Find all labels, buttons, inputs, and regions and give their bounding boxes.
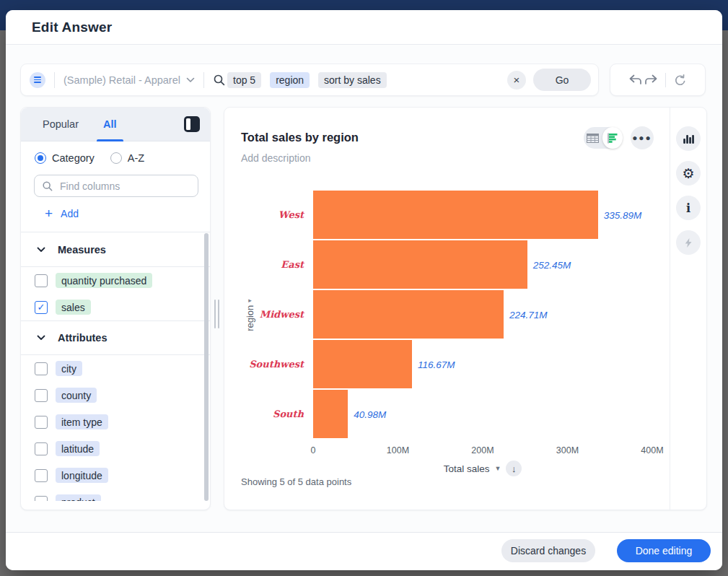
collapse-panel-icon[interactable] [184,116,200,132]
column-picker-panel: Popular All Category A-Z + Add Measures✓… [20,107,211,510]
panel-resize-handle[interactable] [214,300,221,328]
bar-east[interactable] [313,240,527,289]
column-chip[interactable]: city [56,361,82,376]
x-axis-tick: 400M [641,445,663,455]
x-axis-title[interactable]: Total sales [444,463,490,474]
clear-search-button[interactable]: × [507,71,526,90]
section-title: Attributes [58,332,107,344]
column-item: ✓latitude [21,435,210,462]
tab-popular[interactable]: Popular [43,108,79,141]
radio-category[interactable] [35,152,46,164]
checkbox-unchecked[interactable]: ✓ [35,389,48,402]
search-bar: (Sample) Retail - Apparel top 5regionsor… [20,64,599,96]
bar-row: South40.98M [241,389,652,439]
table-view-icon[interactable] [584,127,602,149]
datasource-selector[interactable]: (Sample) Retail - Apparel [63,74,180,86]
undo-icon[interactable] [627,72,643,88]
discard-changes-button[interactable]: Discard changes [501,539,595,562]
find-columns-box [34,175,198,197]
sort-descending-icon[interactable]: ↓ [506,461,522,476]
column-chip[interactable]: longitude [56,468,108,483]
chart-description-placeholder[interactable]: Add description [241,152,311,164]
lightning-icon[interactable] [676,230,701,255]
settings-gear-icon[interactable]: ⚙ [676,161,701,186]
search-token[interactable]: region [270,72,310,88]
checkbox-unchecked[interactable]: ✓ [35,496,48,502]
checkbox-checked[interactable]: ✓ [35,301,48,314]
chart-area: Total sales by region Add description ●●… [224,108,670,510]
caret-icon: ▸ [248,296,252,303]
radio-category-label: Category [52,152,95,164]
find-columns-input[interactable] [60,180,190,192]
answer-side-rail: ⚙ i [670,108,706,510]
search-token[interactable]: top 5 [227,72,261,88]
value-label: 116.67M [418,359,455,370]
bar-row: Midwest224.71M [241,289,652,339]
redo-icon[interactable] [643,72,659,88]
go-button[interactable]: Go [533,69,591,91]
more-options-icon[interactable]: ●●● [631,126,654,149]
bar-west[interactable] [313,191,598,239]
column-chip[interactable]: county [56,388,97,403]
column-chip[interactable]: product [56,494,101,501]
chart-config-icon[interactable] [676,126,701,151]
radio-a-z[interactable] [110,152,122,164]
divider [203,72,204,88]
datasource-icon[interactable] [30,72,45,88]
bar-chart-plot: West335.89MEast252.45MMidwest224.71MSout… [241,190,652,439]
radio-a-z-label: A-Z [128,152,144,164]
answer-card: Total sales by region Add description ●●… [224,107,707,510]
x-axis-tick: 0 [311,445,316,455]
chevron-down-icon[interactable] [186,77,195,83]
bar-south[interactable] [313,390,348,438]
caret-down-icon[interactable]: ▼ [494,465,501,472]
checkbox-unchecked[interactable]: ✓ [35,442,48,455]
edit-answer-modal: Edit Answer (Sample) Retail - Apparel to… [6,10,722,570]
column-chip[interactable]: item type [56,414,108,429]
chart-title[interactable]: Total sales by region [241,131,359,144]
divider [54,72,55,88]
chart-view-icon[interactable] [602,127,623,149]
sidebar-tabbar: Popular All [21,108,210,141]
modal-header: Edit Answer [6,10,722,45]
tab-all[interactable]: All [103,108,117,141]
add-column-button[interactable]: + Add [45,206,79,220]
value-label: 40.98M [354,409,386,419]
column-chip[interactable]: quantity purchased [56,273,152,288]
checkbox-unchecked[interactable]: ✓ [35,362,48,375]
done-editing-button[interactable]: Done editing [617,539,711,562]
datapoint-status: Showing 5 of 5 data points [241,476,351,487]
y-axis-title[interactable]: region▸ [245,298,255,331]
x-axis-title-row: Total sales ▼ ↓ [313,461,652,476]
column-item: ✓quantity purchased [21,267,210,294]
search-token[interactable]: sort by sales [318,72,387,88]
info-icon[interactable]: i [676,196,701,220]
bar-row: Southwest116.67M [241,339,652,389]
bar-southwest[interactable] [313,340,412,388]
checkbox-unchecked[interactable]: ✓ [35,469,48,482]
bar-midwest[interactable] [313,290,504,339]
checkbox-unchecked[interactable]: ✓ [35,274,48,287]
chevron-down-icon [37,247,45,253]
page-title: Edit Answer [32,19,112,35]
reset-icon[interactable] [672,72,688,88]
column-list: Measures✓quantity purchased✓salesAttribu… [21,232,210,501]
bar-row: East252.45M [241,240,652,289]
section-title: Measures [58,244,106,256]
column-item: ✓product [21,489,210,501]
value-label: 224.71M [509,309,548,320]
column-item: ✓sales [21,294,210,320]
section-header-measures[interactable]: Measures [21,232,210,267]
value-label: 252.45M [533,259,571,270]
section-header-attributes[interactable]: Attributes [21,320,210,355]
column-chip[interactable]: latitude [56,441,100,456]
column-item: ✓longitude [21,462,210,489]
sidebar-scrollbar[interactable] [204,233,209,501]
checkbox-unchecked[interactable]: ✓ [35,416,48,429]
column-chip[interactable]: sales [56,300,91,315]
search-token-list[interactable]: top 5regionsort by sales [227,72,507,88]
x-axis-ticks: 0100M200M300M400M [313,445,652,457]
value-label: 335.89M [604,209,642,220]
column-item: ✓city [21,355,210,382]
category-label: South [273,409,304,419]
